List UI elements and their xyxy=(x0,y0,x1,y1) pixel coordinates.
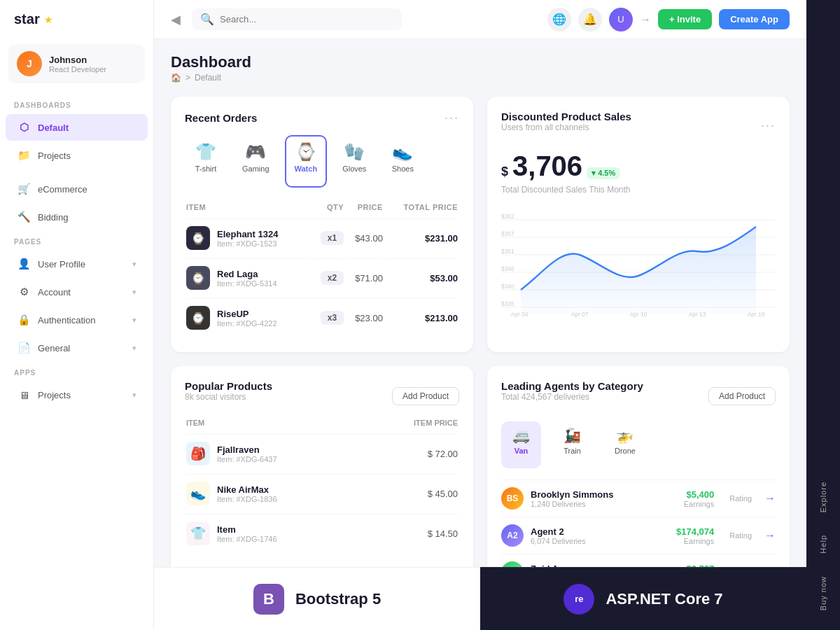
arrow-right-icon[interactable]: → xyxy=(640,13,651,26)
agent-earnings: $5,400 xyxy=(684,489,714,500)
discount-number: 3,706 xyxy=(512,150,582,182)
sidebar-item-projects-app[interactable]: 🖥 Projects ▾ xyxy=(6,382,148,408)
watch-icon: ⌚ xyxy=(295,142,316,162)
chart-area: $362 $357 $351 $346 $340 $335 Apr 04 Apr… xyxy=(501,206,776,318)
tab-drone[interactable]: 🚁 Drone xyxy=(603,421,647,468)
table-row: 🎒 Fjallraven Item: #XDG-6437 $ 72.00 xyxy=(186,434,458,472)
main-content: ◀ 🔍 🌐 🔔 U → + Invite Create App Dashboar… xyxy=(154,0,806,630)
sidebar-item-authentication[interactable]: 🔒 Authentication ▾ xyxy=(6,307,148,333)
col-item: ITEM xyxy=(186,200,311,217)
train-icon: 🚂 xyxy=(564,427,581,444)
bootstrap-banner: B Bootstrap 5 xyxy=(154,567,480,630)
bootstrap-text: Bootstrap 5 xyxy=(295,590,381,608)
breadcrumb-separator: > xyxy=(186,73,190,83)
discount-subtitle: Users from all channels xyxy=(501,122,631,132)
tab-watch[interactable]: ⌚ Watch xyxy=(285,135,328,188)
top-grid: Recent Orders ··· 👕 T-shirt 🎮 Gaming xyxy=(171,97,790,352)
tab-van[interactable]: 🚐 Van xyxy=(501,421,541,468)
svg-text:$357: $357 xyxy=(501,230,514,237)
sidebar-item-label: General xyxy=(38,343,70,354)
doc-icon: 📄 xyxy=(17,341,31,355)
user-icon: 👤 xyxy=(17,257,31,271)
discount-title: Discounted Product Sales xyxy=(501,111,631,122)
recent-orders-title: Recent Orders xyxy=(185,112,257,124)
search-input[interactable] xyxy=(220,14,393,24)
search-box[interactable]: 🔍 xyxy=(192,8,402,30)
table-row: ⌚ Red Laga Item: #XDG-5314 x2 $71.00 $53… xyxy=(186,258,458,297)
arrow-icon[interactable]: → xyxy=(764,529,776,542)
sidebar-item-label: Projects xyxy=(38,150,71,161)
tab-train[interactable]: 🚂 Train xyxy=(552,421,592,468)
user-avatar-button[interactable]: U xyxy=(609,8,633,31)
sidebar-item-default[interactable]: ⬡ Default xyxy=(6,114,148,141)
sidebar-item-label: eCommerce xyxy=(38,184,88,195)
right-panel: Explore Help Buy now xyxy=(806,0,840,630)
logo-star-icon: ★ xyxy=(44,14,53,25)
page-content: Dashboard 🏠 > Default Recent Orders ··· xyxy=(154,39,806,567)
dollar-sign: $ xyxy=(501,164,508,179)
add-product-agents-button[interactable]: Add Product xyxy=(708,387,776,405)
products-header: Popular Products 8k social visitors Add … xyxy=(185,380,459,412)
discount-amount: $ 3,706 ▾ 4.5% xyxy=(501,150,776,182)
table-row: 👕 Item Item: #XDG-1746 $ 14.50 xyxy=(186,514,458,552)
notification-icon-button[interactable]: 🔔 xyxy=(578,8,602,31)
agent-earnings: $174,074 xyxy=(676,526,714,537)
svg-text:$340: $340 xyxy=(501,283,514,290)
gaming-icon: 🎮 xyxy=(245,142,266,162)
agent-row: BS Brooklyn Simmons 1,240 Deliveries $5,… xyxy=(501,479,776,517)
search-icon: 🔍 xyxy=(200,13,214,26)
breadcrumb: 🏠 > Default xyxy=(171,73,251,83)
agents-subtitle: Total 424,567 deliveries xyxy=(501,392,643,402)
create-app-button[interactable]: Create App xyxy=(719,9,790,29)
agent-row: ZA Zuid Area 357 Deliveries $2,737 Earni… xyxy=(501,554,776,567)
sidebar-user-card[interactable]: J Johnson React Developer xyxy=(8,44,145,83)
sidebar-item-ecommerce[interactable]: 🛒 eCommerce xyxy=(6,176,148,202)
tshirt-icon: 👕 xyxy=(195,142,216,162)
user-name: Johnson xyxy=(49,55,106,65)
aspnet-text: ASP.NET Core 7 xyxy=(606,590,722,608)
chevron-down-icon: ▾ xyxy=(132,260,136,269)
col-qty: QTY xyxy=(312,200,344,217)
breadcrumb-current: Default xyxy=(195,73,221,83)
discount-sales-card: Discounted Product Sales Users from all … xyxy=(487,97,790,352)
table-row: 👟 Nike AirMax Item: #XDG-1836 $ 45.00 xyxy=(186,474,458,512)
svg-text:$351: $351 xyxy=(501,248,514,255)
col-item: ITEM xyxy=(186,416,368,433)
help-button[interactable]: Help xyxy=(815,526,832,562)
svg-text:Apr 18: Apr 18 xyxy=(748,311,765,318)
sidebar-item-account[interactable]: ⚙ Account ▾ xyxy=(6,279,148,305)
svg-text:Apr 04: Apr 04 xyxy=(511,311,528,318)
tab-shoes[interactable]: 👟 Shoes xyxy=(382,135,424,188)
tab-gloves[interactable]: 🧤 Gloves xyxy=(332,135,376,188)
tab-tshirt[interactable]: 👕 T-shirt xyxy=(185,135,227,188)
svg-text:Apr 13: Apr 13 xyxy=(689,311,706,318)
item-info: ⌚ Red Laga Item: #XDG-5314 xyxy=(186,266,311,290)
leading-agents-card: Leading Agents by Category Total 424,567… xyxy=(487,366,790,567)
item-thumbnail: ⌚ xyxy=(186,266,210,290)
explore-button[interactable]: Explore xyxy=(815,473,832,521)
tab-gaming[interactable]: 🎮 Gaming xyxy=(232,135,279,188)
globe-icon-button[interactable]: 🌐 xyxy=(547,8,571,31)
card-menu-icon[interactable]: ··· xyxy=(444,111,459,125)
logo-text: star xyxy=(14,11,40,27)
sidebar-item-general[interactable]: 📄 General ▾ xyxy=(6,335,148,361)
svg-text:Apr 07: Apr 07 xyxy=(571,311,589,318)
aspnet-banner: re ASP.NET Core 7 xyxy=(480,567,806,630)
collapse-icon[interactable]: ◀ xyxy=(171,12,181,27)
add-product-button[interactable]: Add Product xyxy=(392,387,459,405)
sidebar-item-projects[interactable]: 📁 Projects xyxy=(6,142,148,169)
card-menu-icon[interactable]: ··· xyxy=(761,118,776,133)
folder-icon: 📁 xyxy=(17,148,31,162)
agent-avatar: ZA xyxy=(501,561,524,567)
arrow-icon[interactable]: → xyxy=(764,492,776,505)
buy-now-button[interactable]: Buy now xyxy=(815,568,832,619)
sidebar-item-bidding[interactable]: 🔨 Bidding xyxy=(6,204,148,230)
aspnet-icon: re xyxy=(564,584,594,615)
apps-label: APPS xyxy=(0,362,153,381)
shoes-icon: 👟 xyxy=(392,142,413,162)
sidebar-item-user-profile[interactable]: 👤 User Profile ▾ xyxy=(6,251,148,277)
products-subtitle: 8k social visitors xyxy=(185,392,272,402)
invite-button[interactable]: + Invite xyxy=(658,9,712,29)
card-header: Leading Agents by Category Total 424,567… xyxy=(501,380,776,412)
svg-text:$335: $335 xyxy=(501,300,514,307)
